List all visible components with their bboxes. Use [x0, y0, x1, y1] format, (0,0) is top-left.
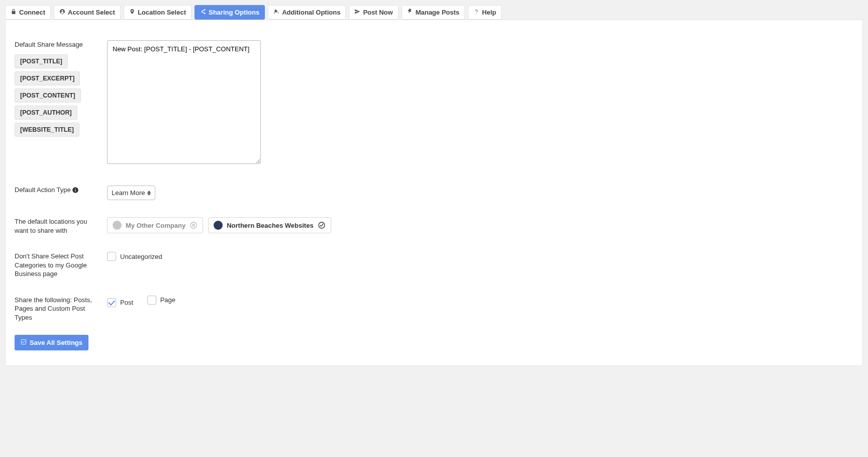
sharing-options-panel: Default Share Message [POST_TITLE] [POST… [5, 20, 863, 366]
svg-rect-1 [75, 190, 75, 192]
locations-label: The default locations you want to share … [15, 217, 101, 235]
info-icon[interactable] [72, 187, 79, 194]
tab-label: Manage Posts [416, 9, 459, 16]
checkbox-box [107, 252, 116, 261]
tab-bar: Connect Account Select Location Select S… [5, 5, 863, 20]
row-action-type: Default Action Type Learn More [15, 186, 853, 200]
location-name: My Other Company [126, 222, 185, 229]
token-post-excerpt[interactable]: [POST_EXCERPT] [15, 71, 80, 85]
action-type-select[interactable]: Learn More [107, 186, 155, 200]
checkbox-post[interactable]: Post [107, 298, 133, 307]
tab-label: Additional Options [282, 9, 340, 16]
row-share-message: Default Share Message [POST_TITLE] [POST… [15, 40, 853, 165]
cogs-icon [273, 9, 279, 16]
paper-plane-icon [354, 9, 360, 16]
share-message-label: Default Share Message [15, 40, 101, 49]
tab-label: Location Select [138, 9, 186, 16]
tab-label: Sharing Options [209, 9, 259, 16]
share-icon [200, 9, 206, 16]
tab-connect[interactable]: Connect [5, 5, 51, 20]
thumbtack-icon [407, 9, 413, 16]
tab-post-now[interactable]: Post Now [349, 5, 398, 20]
token-buttons: [POST_TITLE] [POST_EXCERPT] [POST_CONTEN… [15, 54, 101, 137]
row-exclude-categories: Don't Share Select Post Categories to my… [15, 252, 853, 279]
tab-label: Account Select [68, 9, 115, 16]
location-chip-my-other-company[interactable]: My Other Company [107, 217, 203, 233]
row-default-locations: The default locations you want to share … [15, 217, 853, 235]
map-pin-icon [129, 9, 135, 16]
checkbox-box [147, 296, 156, 305]
token-website-title[interactable]: [WEBSITE_TITLE] [15, 123, 79, 137]
share-types-label: Share the following: Posts, Pages and Cu… [15, 296, 101, 322]
check-square-icon [21, 339, 27, 346]
tab-label: Post Now [363, 9, 393, 16]
check-circle-icon [318, 221, 326, 229]
tab-manage-posts[interactable]: Manage Posts [402, 5, 465, 20]
question-icon [473, 9, 479, 16]
location-chip-northern-beaches[interactable]: Northern Beaches Websites [208, 217, 331, 233]
tab-location-select[interactable]: Location Select [124, 5, 191, 20]
checkbox-box [107, 298, 116, 307]
checkbox-page[interactable]: Page [147, 296, 175, 305]
token-post-content[interactable]: [POST_CONTENT] [15, 88, 81, 103]
checkbox-label: Post [120, 299, 133, 306]
lock-icon [11, 9, 17, 16]
action-type-label: Default Action Type [15, 186, 71, 195]
checkbox-uncategorized[interactable]: Uncategorized [107, 252, 162, 261]
remove-icon [189, 221, 198, 229]
svg-rect-2 [75, 188, 75, 189]
exclude-categories-label: Don't Share Select Post Categories to my… [15, 252, 101, 279]
user-circle-icon [59, 9, 65, 16]
tab-sharing-options[interactable]: Sharing Options [195, 5, 265, 20]
save-all-settings-button[interactable]: Save All Settings [15, 335, 88, 350]
tab-help[interactable]: Help [468, 5, 502, 20]
tab-additional-options[interactable]: Additional Options [268, 5, 346, 20]
token-post-author[interactable]: [POST_AUTHOR] [15, 106, 77, 120]
save-button-label: Save All Settings [30, 339, 82, 346]
token-post-title[interactable]: [POST_TITLE] [15, 54, 68, 68]
avatar-icon [113, 221, 122, 230]
tab-account-select[interactable]: Account Select [54, 5, 121, 20]
action-type-selected: Learn More [112, 189, 145, 197]
location-name: Northern Beaches Websites [227, 222, 313, 229]
tab-label: Connect [19, 9, 45, 16]
row-share-types: Share the following: Posts, Pages and Cu… [15, 296, 853, 322]
avatar-icon [214, 221, 223, 230]
tab-label: Help [482, 9, 496, 16]
select-arrows-icon [147, 191, 151, 196]
checkbox-label: Page [160, 296, 175, 304]
checkbox-label: Uncategorized [120, 253, 162, 260]
share-message-textarea[interactable] [107, 40, 261, 164]
